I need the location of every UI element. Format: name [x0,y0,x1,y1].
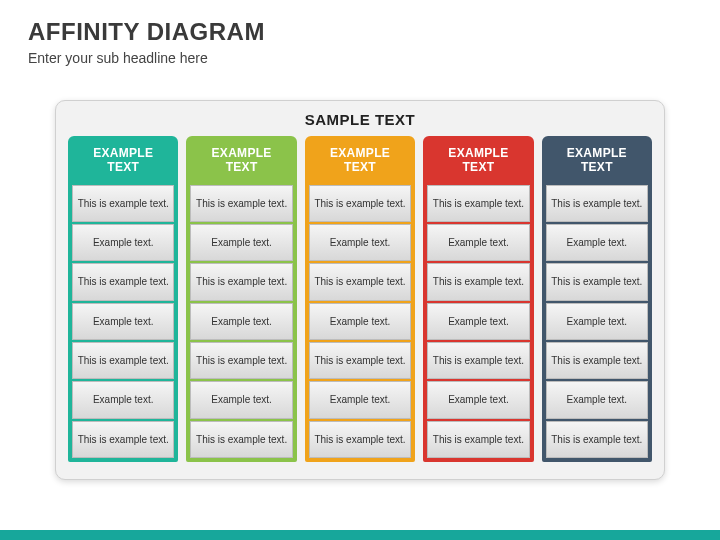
affinity-cell[interactable]: This is example text. [427,185,529,222]
page-title: AFFINITY DIAGRAM [0,0,720,48]
column-header: EXAMPLE TEXT [70,138,176,185]
affinity-panel: SAMPLE TEXT EXAMPLE TEXTThis is example … [55,100,665,480]
column-header: EXAMPLE TEXT [544,138,650,185]
column-cells: This is example text.Example text.This i… [425,185,531,460]
column-cells: This is example text.Example text.This i… [188,185,294,460]
affinity-cell[interactable]: This is example text. [72,342,174,379]
page-subtitle[interactable]: Enter your sub headline here [0,48,720,66]
affinity-cell[interactable]: Example text. [427,381,529,418]
affinity-cell[interactable]: This is example text. [309,263,411,300]
slide: AFFINITY DIAGRAM Enter your sub headline… [0,0,720,540]
affinity-cell[interactable]: This is example text. [546,342,648,379]
affinity-cell[interactable]: This is example text. [72,185,174,222]
affinity-cell[interactable]: This is example text. [190,185,292,222]
affinity-cell[interactable]: Example text. [427,224,529,261]
affinity-cell[interactable]: Example text. [546,224,648,261]
affinity-column: EXAMPLE TEXTThis is example text.Example… [305,136,415,462]
affinity-column: EXAMPLE TEXTThis is example text.Example… [423,136,533,462]
affinity-cell[interactable]: Example text. [546,303,648,340]
affinity-cell[interactable]: This is example text. [72,263,174,300]
affinity-cell[interactable]: This is example text. [427,421,529,458]
column-cells: This is example text.Example text.This i… [544,185,650,460]
column-cells: This is example text.Example text.This i… [70,185,176,460]
footer-accent-bar [0,530,720,540]
affinity-cell[interactable]: Example text. [72,381,174,418]
affinity-cell[interactable]: This is example text. [546,421,648,458]
affinity-column: EXAMPLE TEXTThis is example text.Example… [68,136,178,462]
column-cells: This is example text.Example text.This i… [307,185,413,460]
affinity-cell[interactable]: Example text. [190,303,292,340]
affinity-cell[interactable]: Example text. [309,224,411,261]
affinity-cell[interactable]: Example text. [72,224,174,261]
affinity-cell[interactable]: Example text. [427,303,529,340]
affinity-cell[interactable]: This is example text. [72,421,174,458]
affinity-cell[interactable]: Example text. [309,381,411,418]
affinity-cell[interactable]: This is example text. [546,185,648,222]
affinity-cell[interactable]: Example text. [309,303,411,340]
affinity-cell[interactable]: Example text. [546,381,648,418]
affinity-cell[interactable]: This is example text. [309,421,411,458]
affinity-cell[interactable]: This is example text. [546,263,648,300]
affinity-cell[interactable]: This is example text. [190,421,292,458]
affinity-cell[interactable]: This is example text. [309,185,411,222]
columns-container: EXAMPLE TEXTThis is example text.Example… [68,136,652,462]
column-header: EXAMPLE TEXT [188,138,294,185]
affinity-cell[interactable]: This is example text. [427,263,529,300]
affinity-column: EXAMPLE TEXTThis is example text.Example… [542,136,652,462]
affinity-cell[interactable]: This is example text. [190,342,292,379]
affinity-cell[interactable]: Example text. [190,381,292,418]
panel-title: SAMPLE TEXT [68,111,652,128]
column-header: EXAMPLE TEXT [307,138,413,185]
affinity-cell[interactable]: This is example text. [190,263,292,300]
affinity-cell[interactable]: Example text. [72,303,174,340]
affinity-cell[interactable]: This is example text. [309,342,411,379]
affinity-cell[interactable]: This is example text. [427,342,529,379]
column-header: EXAMPLE TEXT [425,138,531,185]
affinity-column: EXAMPLE TEXTThis is example text.Example… [186,136,296,462]
affinity-cell[interactable]: Example text. [190,224,292,261]
